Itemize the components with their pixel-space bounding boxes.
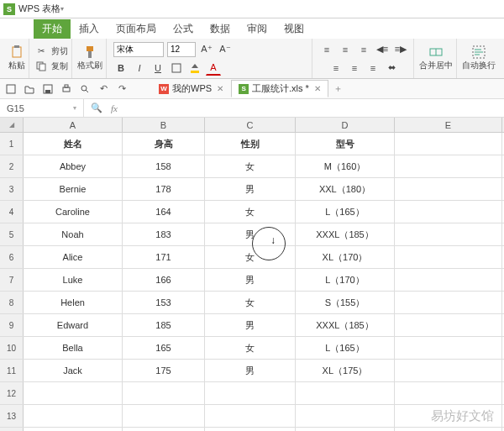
- row-header[interactable]: 13: [0, 405, 24, 427]
- cell[interactable]: Noah: [24, 223, 123, 245]
- row-header[interactable]: 11: [0, 360, 24, 381]
- cell[interactable]: [24, 405, 123, 427]
- cell[interactable]: 165: [123, 337, 205, 359]
- cell[interactable]: 型号: [296, 133, 395, 155]
- cell[interactable]: [123, 382, 205, 404]
- cell[interactable]: 男: [205, 178, 296, 200]
- cell[interactable]: 男: [205, 269, 296, 291]
- cell[interactable]: 身高: [123, 133, 205, 155]
- cell[interactable]: Alice: [24, 246, 123, 268]
- cell[interactable]: [395, 133, 502, 155]
- cell[interactable]: XL（170）: [296, 246, 395, 268]
- open-icon[interactable]: [24, 83, 35, 95]
- row-header[interactable]: 4: [0, 201, 24, 223]
- tab-workbook[interactable]: S 工服统计.xls * ✕: [231, 80, 328, 97]
- bold-button[interactable]: B: [113, 60, 129, 76]
- row-header[interactable]: 5: [0, 223, 24, 245]
- cell[interactable]: [395, 382, 502, 404]
- align-mid-button[interactable]: ≡: [338, 42, 353, 57]
- cell[interactable]: XXXL（185）: [296, 223, 395, 245]
- underline-button[interactable]: U: [150, 60, 165, 76]
- row-header[interactable]: 1: [0, 133, 24, 155]
- cell[interactable]: [296, 428, 395, 431]
- row-header[interactable]: 3: [0, 178, 24, 200]
- cell[interactable]: [395, 292, 502, 313]
- cell[interactable]: XXL（180）: [296, 178, 395, 200]
- cell[interactable]: [395, 269, 502, 291]
- wrap-text-button[interactable]: 自动换行: [462, 45, 496, 71]
- col-header-a[interactable]: A: [24, 118, 123, 132]
- cell[interactable]: 171: [123, 246, 205, 268]
- paste-button[interactable]: 粘贴: [8, 45, 25, 71]
- italic-button[interactable]: I: [132, 60, 147, 76]
- cell[interactable]: [205, 382, 296, 404]
- cell[interactable]: [395, 155, 502, 177]
- search-icon[interactable]: 🔍: [91, 102, 102, 113]
- cell[interactable]: L（165）: [296, 337, 395, 359]
- col-header-e[interactable]: E: [395, 118, 502, 132]
- indent-inc-button[interactable]: ≡▶: [393, 42, 408, 57]
- cell[interactable]: Jack: [24, 360, 123, 381]
- cell[interactable]: [296, 405, 395, 427]
- align-center-button[interactable]: ≡: [347, 60, 362, 76]
- cell[interactable]: 女: [205, 337, 296, 359]
- redo-icon[interactable]: ↷: [116, 83, 128, 95]
- cell[interactable]: [24, 382, 123, 404]
- copy-button[interactable]: 复制: [34, 60, 68, 73]
- save-icon[interactable]: [42, 83, 54, 95]
- cell[interactable]: 164: [123, 201, 205, 223]
- cell[interactable]: 男: [205, 314, 296, 336]
- cell[interactable]: [395, 337, 502, 359]
- cell[interactable]: 185: [123, 314, 205, 336]
- row-header[interactable]: 10: [0, 337, 24, 359]
- cell[interactable]: XXXL（185）: [296, 314, 395, 336]
- col-header-d[interactable]: D: [296, 118, 395, 132]
- menu-view[interactable]: 视图: [276, 19, 312, 39]
- cell[interactable]: M（160）: [296, 155, 395, 177]
- cell[interactable]: [123, 405, 205, 427]
- cell[interactable]: 女: [205, 201, 296, 223]
- cell[interactable]: [395, 178, 502, 200]
- cell[interactable]: 183: [123, 223, 205, 245]
- decrease-font-button[interactable]: A⁻: [218, 42, 233, 57]
- row-header[interactable]: 9: [0, 314, 24, 336]
- row-header[interactable]: 14: [0, 428, 24, 431]
- cell[interactable]: L（170）: [296, 269, 395, 291]
- cell[interactable]: [395, 223, 502, 245]
- cell[interactable]: Abbey: [24, 155, 123, 177]
- row-header[interactable]: 8: [0, 292, 24, 313]
- cell[interactable]: [395, 246, 502, 268]
- align-bot-button[interactable]: ≡: [356, 42, 371, 57]
- increase-font-button[interactable]: A⁺: [199, 42, 214, 57]
- add-tab-button[interactable]: ＋: [328, 82, 348, 95]
- cell[interactable]: 性别: [205, 133, 296, 155]
- cell[interactable]: [123, 428, 205, 431]
- cell[interactable]: XL（175）: [296, 360, 395, 381]
- cell[interactable]: Caroline: [24, 201, 123, 223]
- cell[interactable]: Edward: [24, 314, 123, 336]
- row-header[interactable]: 6: [0, 246, 24, 268]
- border-button[interactable]: [169, 60, 184, 76]
- cell[interactable]: 女: [205, 292, 296, 313]
- align-top-button[interactable]: ≡: [319, 42, 334, 57]
- align-left-button[interactable]: ≡: [328, 60, 344, 76]
- menu-layout[interactable]: 页面布局: [108, 19, 165, 39]
- cell[interactable]: 男: [205, 360, 296, 381]
- row-header[interactable]: 2: [0, 155, 24, 177]
- fx-label[interactable]: fx: [111, 103, 118, 113]
- fill-color-button[interactable]: [187, 60, 202, 76]
- cell[interactable]: Helen: [24, 292, 123, 313]
- menu-data[interactable]: 数据: [202, 19, 239, 39]
- cell[interactable]: [395, 314, 502, 336]
- indent-dec-button[interactable]: ◀≡: [375, 42, 390, 57]
- cell[interactable]: L（165）: [296, 201, 395, 223]
- cell[interactable]: [296, 382, 395, 404]
- font-size-select[interactable]: [167, 42, 196, 57]
- align-right-button[interactable]: ≡: [365, 60, 381, 76]
- name-box[interactable]: G15 ▾: [0, 99, 84, 117]
- merge-split-button[interactable]: ⬌: [384, 60, 399, 76]
- menu-insert[interactable]: 插入: [71, 19, 108, 39]
- chevron-down-icon[interactable]: ▾: [60, 5, 64, 13]
- cell[interactable]: S（155）: [296, 292, 395, 313]
- cell[interactable]: [24, 428, 123, 431]
